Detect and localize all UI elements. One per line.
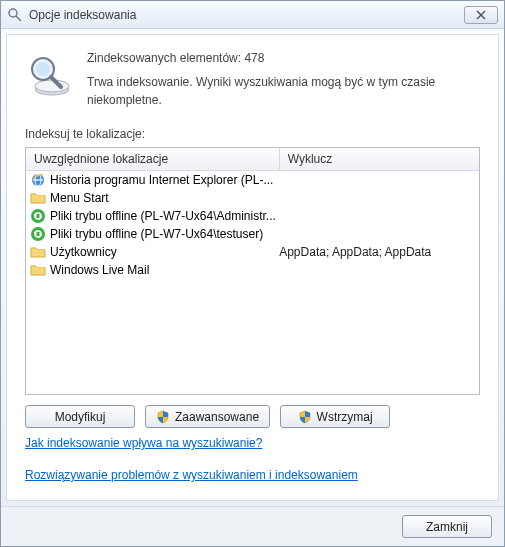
ie-icon [30, 172, 46, 188]
list-item[interactable]: Historia programu Internet Explorer (PL-… [26, 171, 479, 189]
list-item-location: Historia programu Internet Explorer (PL-… [30, 172, 279, 188]
pause-button[interactable]: Wstrzymaj [280, 405, 390, 428]
svg-point-7 [36, 62, 50, 76]
advanced-button[interactable]: Zaawansowane [145, 405, 270, 428]
shield-icon [298, 410, 312, 424]
link-how-affects-search[interactable]: Jak indeksowanie wpływa na wyszukiwanie? [25, 436, 480, 450]
list-item[interactable]: Windows Live Mail [26, 261, 479, 279]
column-exclude[interactable]: Wyklucz [280, 148, 479, 170]
indexed-count-label: Zindeksowanych elementów: [87, 51, 241, 65]
advanced-button-label: Zaawansowane [175, 410, 259, 424]
list-item[interactable]: UżytkownicyAppData; AppData; AppData [26, 243, 479, 261]
list-item-location: Pliki trybu offline (PL-W7-Ux64\testuser… [30, 226, 279, 242]
folder-icon [30, 244, 46, 260]
list-item[interactable]: Pliki trybu offline (PL-W7-Ux64\testuser… [26, 225, 479, 243]
list-item-location: Menu Start [30, 190, 279, 206]
close-dialog-button[interactable]: Zamknij [402, 515, 492, 538]
header-block: Zindeksowanych elementów: 478 Trwa indek… [25, 47, 480, 109]
indexing-status-text: Trwa indeksowanie. Wyniki wyszukiwania m… [87, 73, 480, 109]
content-area: Zindeksowanych elementów: 478 Trwa indek… [6, 34, 499, 501]
shield-icon [156, 410, 170, 424]
sync-icon [30, 226, 46, 242]
list-item-label: Użytkownicy [50, 245, 117, 259]
list-item-location: Użytkownicy [30, 244, 279, 260]
svg-line-1 [16, 16, 21, 21]
list-item-label: Menu Start [50, 191, 109, 205]
window-title: Opcje indeksowania [29, 8, 464, 22]
list-item-label: Historia programu Internet Explorer (PL-… [50, 173, 273, 187]
close-button[interactable] [464, 6, 498, 24]
magnifier-drive-icon [25, 51, 73, 99]
folder-icon [30, 190, 46, 206]
titlebar: Opcje indeksowania [1, 1, 504, 29]
list-item-label: Pliki trybu offline (PL-W7-Ux64\testuser… [50, 227, 263, 241]
column-included[interactable]: Uwzględnione lokalizacje [26, 148, 280, 170]
svg-point-0 [9, 9, 17, 17]
list-body: Historia programu Internet Explorer (PL-… [26, 171, 479, 394]
footer: Zamknij [1, 506, 504, 546]
folder-icon [30, 262, 46, 278]
locations-label: Indeksuj te lokalizacje: [25, 127, 480, 141]
list-item-label: Windows Live Mail [50, 263, 149, 277]
action-buttons: Modyfikuj Zaawansowane [25, 405, 480, 428]
locations-list[interactable]: Uwzględnione lokalizacje Wyklucz Histori… [25, 147, 480, 395]
list-item[interactable]: Pliki trybu offline (PL-W7-Ux64\Administ… [26, 207, 479, 225]
svg-point-12 [31, 227, 45, 241]
modify-button-label: Modyfikuj [55, 410, 106, 424]
list-item-exclude: AppData; AppData; AppData [279, 245, 475, 259]
list-item[interactable]: Menu Start [26, 189, 479, 207]
svg-point-11 [31, 209, 45, 223]
pause-button-label: Wstrzymaj [317, 410, 373, 424]
sync-icon [30, 208, 46, 224]
link-troubleshoot[interactable]: Rozwiązywanie problemów z wyszukiwaniem … [25, 468, 480, 482]
close-dialog-label: Zamknij [426, 520, 468, 534]
indexed-count-value: 478 [244, 51, 264, 65]
search-icon [7, 7, 23, 23]
list-item-location: Pliki trybu offline (PL-W7-Ux64\Administ… [30, 208, 279, 224]
list-item-label: Pliki trybu offline (PL-W7-Ux64\Administ… [50, 209, 276, 223]
svg-point-5 [35, 80, 69, 92]
modify-button[interactable]: Modyfikuj [25, 405, 135, 428]
indexed-count-line: Zindeksowanych elementów: 478 [87, 49, 480, 67]
list-header: Uwzględnione lokalizacje Wyklucz [26, 148, 479, 171]
indexing-options-window: Opcje indeksowania [0, 0, 505, 547]
list-item-location: Windows Live Mail [30, 262, 279, 278]
close-icon [476, 10, 486, 20]
header-text: Zindeksowanych elementów: 478 Trwa indek… [87, 47, 480, 109]
